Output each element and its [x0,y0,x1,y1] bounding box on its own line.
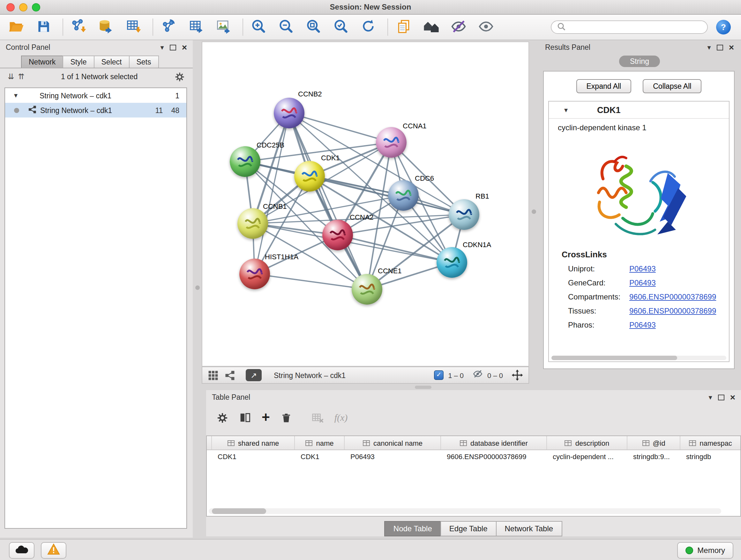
network-options-gear-icon[interactable] [174,71,185,82]
new-table-button[interactable] [186,17,205,37]
show-columns-icon[interactable] [239,412,251,423]
open-folder-icon [7,17,24,37]
table-cell[interactable]: CDK1 [211,450,294,462]
tab-string[interactable]: String [619,56,660,67]
search-input[interactable] [569,23,701,32]
table-options-gear-icon[interactable] [216,412,228,424]
table-cell[interactable]: stringdb:9... [627,450,680,462]
collapse-panel-icon[interactable]: ▾ [708,44,711,51]
crosslink-link[interactable]: 9606.ENSP00000378699 [629,307,716,315]
zoom-out-button[interactable] [276,17,295,37]
results-horizontal-scrollbar[interactable] [551,356,726,360]
delete-column-icon[interactable] [281,412,292,423]
float-panel-icon[interactable] [718,394,724,400]
tab-network-table[interactable]: Network Table [496,521,562,537]
zoom-window-button[interactable] [32,3,40,11]
tab-network[interactable]: Network [21,56,63,68]
import-table-button[interactable] [124,17,143,37]
horizontal-splitter-handle[interactable] [415,386,431,389]
export-network-image-button[interactable] [214,17,233,37]
column-header[interactable]: database identifier [441,436,547,449]
new-network-button[interactable] [159,17,178,37]
fit-content-icon[interactable] [511,369,523,381]
zoom-selected-button[interactable] [331,17,350,37]
float-panel-icon[interactable] [717,44,723,50]
float-panel-icon[interactable] [170,44,176,50]
column-header[interactable]: namespac [680,436,740,449]
copy-document-button[interactable] [394,17,413,37]
warnings-button[interactable] [41,542,66,559]
detach-view-button[interactable]: ↗ [246,369,262,381]
tab-sets[interactable]: Sets [129,56,158,68]
cloud-button[interactable] [9,542,35,559]
network-node-ccna1[interactable] [376,127,407,158]
open-session-button[interactable] [6,17,25,37]
import-network-file-button[interactable] [69,17,88,37]
memory-button[interactable]: Memory [677,542,733,559]
network-node-cdc25b[interactable] [230,146,260,177]
table-cell[interactable]: CDK1 [294,450,344,462]
close-panel-icon[interactable]: × [182,43,187,52]
table-row[interactable]: CDK1 CDK1 P06493 9606.ENSP00000378699 cy… [207,450,740,462]
crosslink-link[interactable]: 9606.ENSP00000378699 [629,293,716,301]
network-overview-icon[interactable] [225,370,235,380]
crosslink-link[interactable]: P06493 [629,278,656,287]
network-node-rb1[interactable] [449,199,479,230]
expander-icon[interactable]: ▾ [14,92,22,99]
collapse-all-button[interactable]: Collapse All [643,79,701,93]
column-header[interactable]: name [295,436,345,449]
column-header[interactable]: @id [627,436,680,449]
help-button[interactable]: ? [716,20,731,35]
gene-section-header[interactable]: ▾ CDK1 [549,102,729,119]
import-network-file-icon [70,18,87,37]
column-header[interactable]: description [547,436,627,449]
save-session-button[interactable] [34,17,53,37]
network-node-ccne1[interactable] [352,274,382,305]
crosslink-link[interactable]: P06493 [629,264,656,273]
zoom-in-button[interactable] [249,17,268,37]
collapse-panel-icon[interactable]: ▾ [709,394,712,401]
birds-eye-view-icon[interactable] [207,369,219,381]
network-node-ccnb1[interactable] [238,208,268,239]
vertical-splitter-handle[interactable] [195,286,200,290]
collapse-panel-icon[interactable]: ▾ [160,44,164,51]
tab-node-table[interactable]: Node Table [385,521,441,537]
table-horizontal-scrollbar[interactable] [209,508,721,514]
column-header[interactable]: canonical name [345,436,441,449]
home-networks-button[interactable] [421,17,441,37]
table-cell[interactable]: cyclin-dependent ... [546,450,627,462]
network-node-ccna2[interactable] [322,220,353,250]
network-node-ccnb2[interactable] [274,98,305,128]
close-panel-icon[interactable]: × [730,393,735,401]
network-collection-row[interactable]: ▾ String Network – cdk1 1 [5,88,186,103]
tab-style[interactable]: Style [63,56,94,68]
import-network-database-button[interactable] [96,17,116,37]
table-cell[interactable]: P06493 [344,450,441,462]
tab-edge-table[interactable]: Edge Table [441,521,496,537]
show-all-button[interactable] [476,17,495,37]
table-cell[interactable]: 9606.ENSP00000378699 [441,450,546,462]
expand-all-button[interactable]: Expand All [576,79,631,93]
close-window-button[interactable] [6,3,15,11]
hide-selected-button[interactable] [449,17,468,37]
table-cell[interactable]: stringdb [680,450,740,462]
collapse-networks-icon[interactable]: ⇈ [18,72,24,81]
tab-select[interactable]: Select [94,56,130,68]
network-node-cdk1[interactable] [294,161,325,192]
network-canvas[interactable]: CCNB2CCNA1CDC25BCDK1CDC6RB1CCNB1CCNA2CDK… [202,42,529,367]
network-node-cdkn1a[interactable] [436,247,467,278]
zoom-fit-button[interactable] [304,17,323,37]
network-node-hist1h1a[interactable] [239,259,270,289]
vertical-splitter-handle[interactable] [532,209,536,214]
column-header[interactable]: shared name [212,436,295,449]
crosslink-link[interactable]: P06493 [629,320,656,329]
network-row[interactable]: String Network – cdk1 11 48 [5,103,186,118]
network-node-cdc6[interactable] [388,180,419,211]
minimize-window-button[interactable] [19,3,27,11]
refresh-view-button[interactable] [359,17,378,37]
add-column-icon[interactable]: + [262,411,270,425]
section-expander-icon[interactable]: ▾ [564,106,568,113]
selected-checkbox-icon[interactable]: ✓ [434,370,444,380]
close-panel-icon[interactable]: × [729,43,734,52]
expand-networks-icon[interactable]: ⇊ [8,72,14,81]
